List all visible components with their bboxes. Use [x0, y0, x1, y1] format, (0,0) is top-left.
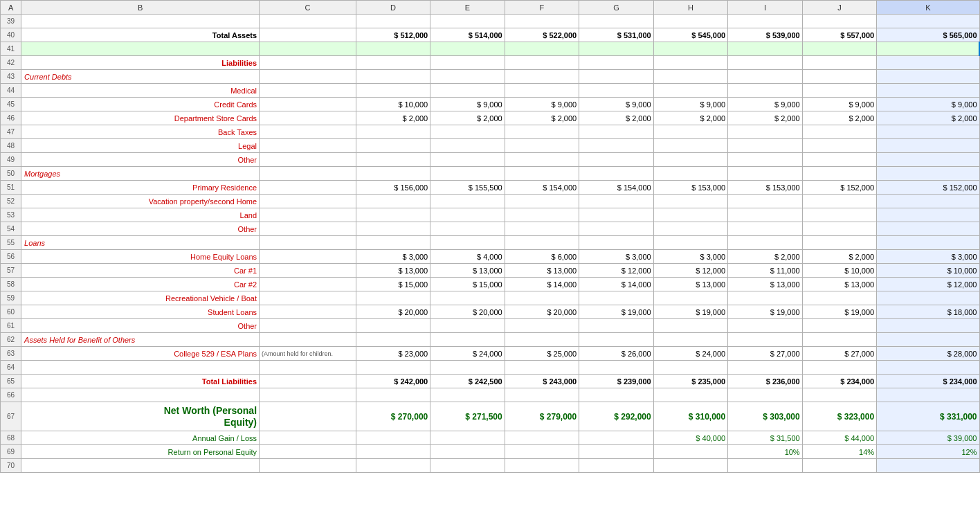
cell-70-e[interactable]	[430, 459, 505, 473]
cell-52-c[interactable]	[260, 195, 356, 208]
cell-45-g[interactable]: $ 9,000	[579, 98, 653, 111]
cell-68-c[interactable]	[260, 431, 356, 445]
cell-55-i[interactable]	[728, 236, 802, 250]
cell-65-g[interactable]: $ 239,000	[579, 375, 653, 388]
cell-43-e[interactable]	[430, 70, 505, 84]
cell-62-j[interactable]	[802, 333, 876, 347]
cell-49-e[interactable]	[430, 153, 505, 167]
cell-40-g[interactable]: $ 531,000	[579, 28, 653, 42]
cell-66-j[interactable]	[802, 388, 876, 402]
col-header-g[interactable]: G	[579, 1, 653, 15]
cell-39-g[interactable]	[579, 15, 653, 28]
cell-62-g[interactable]	[579, 333, 653, 347]
cell-66-c[interactable]	[260, 388, 356, 402]
cell-45-c[interactable]	[260, 98, 356, 111]
cell-60-i[interactable]: $ 19,000	[728, 305, 802, 319]
cell-58-e[interactable]: $ 15,000	[430, 278, 505, 291]
cell-50-c[interactable]	[260, 167, 356, 181]
cell-47-k[interactable]	[877, 125, 979, 139]
cell-54-j[interactable]	[802, 222, 876, 236]
cell-50-h[interactable]	[653, 167, 727, 181]
cell-65-k[interactable]: $ 234,000	[877, 375, 979, 388]
cell-51-h[interactable]: $ 153,000	[653, 181, 727, 195]
cell-70-k[interactable]	[877, 459, 979, 473]
cell-51-d[interactable]: $ 156,000	[356, 181, 430, 195]
cell-66-k[interactable]	[877, 388, 979, 402]
cell-56-k[interactable]: $ 3,000	[877, 250, 979, 264]
cell-55-f[interactable]	[505, 236, 579, 250]
cell-60-j[interactable]: $ 19,000	[802, 305, 876, 319]
cell-41-k[interactable]	[877, 42, 979, 56]
cell-48-h[interactable]	[653, 139, 727, 153]
cell-69-b-return-equity[interactable]: Return on Personal Equity	[21, 445, 260, 459]
cell-64-i[interactable]	[728, 361, 802, 375]
cell-69-g[interactable]	[579, 445, 653, 459]
cell-40-f[interactable]: $ 522,000	[505, 28, 579, 42]
cell-44-d[interactable]	[356, 84, 430, 98]
cell-58-f[interactable]: $ 14,000	[505, 278, 579, 291]
cell-51-j[interactable]: $ 152,000	[802, 181, 876, 195]
cell-68-k[interactable]: $ 39,000	[877, 431, 979, 445]
cell-43-j[interactable]	[802, 70, 876, 84]
cell-56-g[interactable]: $ 3,000	[579, 250, 653, 264]
cell-46-f[interactable]: $ 2,000	[505, 111, 579, 125]
cell-70-i[interactable]	[728, 459, 802, 473]
cell-64-b[interactable]	[21, 361, 260, 375]
cell-53-j[interactable]	[802, 208, 876, 222]
cell-63-e[interactable]: $ 24,000	[430, 347, 505, 361]
cell-54-i[interactable]	[728, 222, 802, 236]
cell-49-j[interactable]	[802, 153, 876, 167]
cell-63-k[interactable]: $ 28,000	[877, 347, 979, 361]
cell-59-f[interactable]	[505, 291, 579, 305]
cell-44-b-medical[interactable]: Medical	[21, 84, 260, 98]
cell-48-c[interactable]	[260, 139, 356, 153]
cell-41-c[interactable]	[260, 42, 356, 56]
cell-60-h[interactable]: $ 19,000	[653, 305, 727, 319]
cell-41-f[interactable]	[505, 42, 579, 56]
cell-62-d[interactable]	[356, 333, 430, 347]
cell-39-k[interactable]	[877, 15, 979, 28]
cell-68-e[interactable]	[430, 431, 505, 445]
cell-40-e[interactable]: $ 514,000	[430, 28, 505, 42]
cell-51-b-primary-residence[interactable]: Primary Residence	[21, 181, 260, 195]
cell-43-k[interactable]	[877, 70, 979, 84]
cell-48-k[interactable]	[877, 139, 979, 153]
cell-47-b-back-taxes[interactable]: Back Taxes	[21, 125, 260, 139]
cell-59-d[interactable]	[356, 291, 430, 305]
cell-47-g[interactable]	[579, 125, 653, 139]
cell-55-j[interactable]	[802, 236, 876, 250]
cell-63-g[interactable]: $ 26,000	[579, 347, 653, 361]
cell-53-c[interactable]	[260, 208, 356, 222]
cell-60-e[interactable]: $ 20,000	[430, 305, 505, 319]
cell-55-k[interactable]	[877, 236, 979, 250]
cell-69-h[interactable]	[653, 445, 727, 459]
cell-55-d[interactable]	[356, 236, 430, 250]
cell-41-e[interactable]	[430, 42, 505, 56]
cell-44-c[interactable]	[260, 84, 356, 98]
cell-43-c[interactable]	[260, 70, 356, 84]
cell-48-g[interactable]	[579, 139, 653, 153]
cell-66-h[interactable]	[653, 388, 727, 402]
cell-53-d[interactable]	[356, 208, 430, 222]
cell-41-j[interactable]	[802, 42, 876, 56]
cell-46-c[interactable]	[260, 111, 356, 125]
cell-69-i[interactable]: 10%	[728, 445, 802, 459]
cell-65-e[interactable]: $ 242,500	[430, 375, 505, 388]
cell-56-d[interactable]: $ 3,000	[356, 250, 430, 264]
cell-60-f[interactable]: $ 20,000	[505, 305, 579, 319]
cell-63-b-college-529[interactable]: College 529 / ESA Plans	[21, 347, 260, 361]
cell-57-i[interactable]: $ 11,000	[728, 264, 802, 278]
cell-65-c[interactable]	[260, 375, 356, 388]
cell-42-j[interactable]	[802, 56, 876, 70]
cell-40-k[interactable]: $ 565,000	[877, 28, 979, 42]
cell-52-k[interactable]	[877, 195, 979, 208]
cell-46-h[interactable]: $ 2,000	[653, 111, 727, 125]
cell-54-f[interactable]	[505, 222, 579, 236]
cell-42-i[interactable]	[728, 56, 802, 70]
cell-48-e[interactable]	[430, 139, 505, 153]
cell-49-c[interactable]	[260, 153, 356, 167]
cell-67-d[interactable]: $ 270,000	[356, 402, 430, 431]
cell-43-f[interactable]	[505, 70, 579, 84]
cell-61-e[interactable]	[430, 319, 505, 333]
cell-46-k[interactable]: $ 2,000	[877, 111, 979, 125]
